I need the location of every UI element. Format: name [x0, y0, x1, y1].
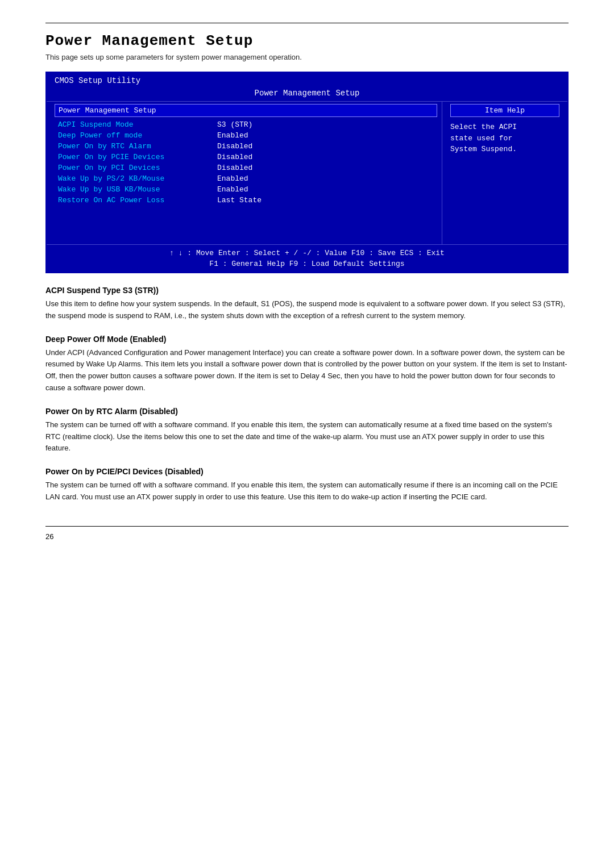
desc-heading-0: ACPI Suspend Type S3 (STR)): [45, 286, 569, 295]
help-text: Select the ACPI state used for System Su…: [450, 119, 559, 157]
table-row[interactable]: Restore On AC Power Loss Last State: [55, 195, 437, 206]
help-line-2: System Suspend.: [450, 144, 559, 155]
desc-heading-1: Deep Power Off Mode (Enabled): [45, 335, 569, 344]
desc-body-0: Use this item to define how your system …: [45, 298, 569, 322]
row-value-1: Enabled: [217, 131, 248, 140]
bios-box: CMOS Setup Utility Power Management Setu…: [45, 72, 569, 273]
row-value-0: S3 (STR): [217, 120, 252, 129]
top-divider: [45, 23, 569, 23]
table-row[interactable]: Power On by PCI Devices Disabled: [55, 162, 437, 173]
desc-power-on-rtc: Power On by RTC Alarm (Disabled) The sys…: [45, 407, 569, 454]
bios-screen-title: Power Management Setup: [47, 86, 567, 102]
desc-heading-2: Power On by RTC Alarm (Disabled): [45, 407, 569, 416]
table-row[interactable]: Wake Up by USB KB/Mouse Enabled: [55, 184, 437, 195]
desc-body-1: Under ACPI (Advanced Configuration and P…: [45, 347, 569, 394]
row-label-5: Wake Up by PS/2 KB/Mouse: [58, 174, 217, 183]
bios-left-panel: Power Management Setup ACPI Suspend Mode…: [47, 102, 442, 244]
desc-power-on-pcie: Power On by PCIE/PCI Devices (Disabled) …: [45, 467, 569, 503]
bios-content-area: Power Management Setup ACPI Suspend Mode…: [47, 102, 567, 244]
desc-acpi-suspend: ACPI Suspend Type S3 (STR)) Use this ite…: [45, 286, 569, 322]
table-row[interactable]: Wake Up by PS/2 KB/Mouse Enabled: [55, 173, 437, 184]
row-label-6: Wake Up by USB KB/Mouse: [58, 185, 217, 194]
footer-line-1: ↑ ↓ : Move Enter : Select + / -/ : Value…: [47, 248, 567, 258]
bios-section-header: Power Management Setup: [55, 104, 437, 117]
bios-right-panel: Item Help Select the ACPI state used for…: [442, 102, 567, 244]
row-value-4: Disabled: [217, 164, 252, 172]
bios-utility-name: CMOS Setup Utility: [47, 73, 567, 86]
row-label-2: Power On by RTC Alarm: [58, 142, 217, 151]
row-label-1: Deep Power off mode: [58, 131, 217, 140]
footer-line-2: F1 : General Help F9 : Load Default Sett…: [47, 258, 567, 269]
page-title: Power Management Setup: [45, 32, 569, 49]
table-row[interactable]: Power On by PCIE Devices Disabled: [55, 152, 437, 162]
bottom-divider: [45, 526, 569, 527]
row-label-3: Power On by PCIE Devices: [58, 153, 217, 161]
row-label-7: Restore On AC Power Loss: [58, 196, 217, 205]
help-line-0: Select the ACPI: [450, 122, 559, 133]
table-row[interactable]: Power On by RTC Alarm Disabled: [55, 141, 437, 152]
table-row[interactable]: Deep Power off mode Enabled: [55, 130, 437, 141]
row-label-0: ACPI Suspend Mode: [58, 120, 217, 129]
row-value-3: Disabled: [217, 153, 252, 161]
row-value-2: Disabled: [217, 142, 252, 151]
bios-footer: ↑ ↓ : Move Enter : Select + / -/ : Value…: [47, 244, 567, 272]
page-number: 26: [45, 532, 569, 541]
row-value-6: Enabled: [217, 185, 248, 194]
row-value-5: Enabled: [217, 174, 248, 183]
desc-deep-power-off: Deep Power Off Mode (Enabled) Under ACPI…: [45, 335, 569, 394]
row-label-4: Power On by PCI Devices: [58, 164, 217, 172]
table-row[interactable]: ACPI Suspend Mode S3 (STR): [55, 119, 437, 130]
help-line-1: state used for: [450, 133, 559, 144]
page-subtitle: This page sets up some parameters for sy…: [45, 53, 569, 61]
desc-body-3: The system can be turned off with a soft…: [45, 479, 569, 503]
desc-heading-3: Power On by PCIE/PCI Devices (Disabled): [45, 467, 569, 476]
item-help-header: Item Help: [450, 104, 559, 117]
desc-body-2: The system can be turned off with a soft…: [45, 419, 569, 454]
row-value-7: Last State: [217, 196, 262, 205]
